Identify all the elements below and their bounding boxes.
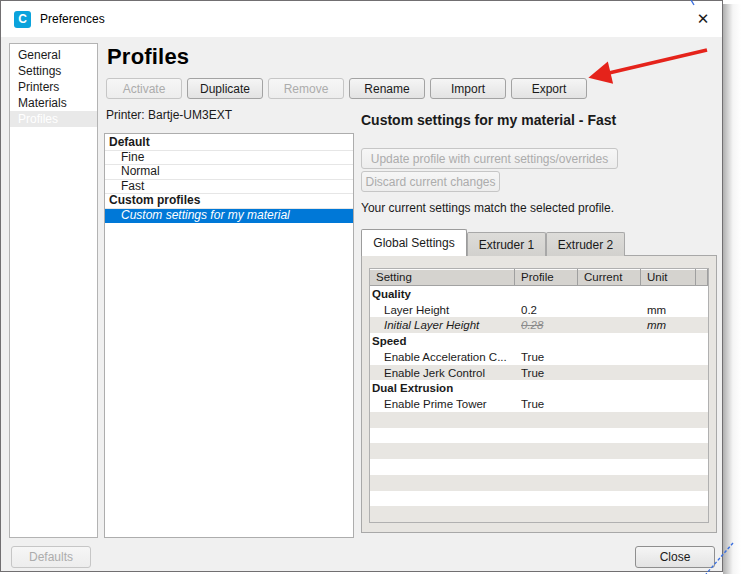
- title-bar: C Preferences ✕: [1, 1, 722, 37]
- column-header-current: Current: [578, 269, 641, 285]
- table-row: Enable Acceleration C...True: [370, 349, 708, 365]
- cura-app-icon: C: [14, 11, 31, 28]
- profile-row[interactable]: Custom settings for my material: [105, 209, 353, 224]
- window-close-icon[interactable]: ✕: [691, 8, 715, 30]
- activate-button[interactable]: Activate: [106, 78, 182, 99]
- window-title: Preferences: [40, 12, 105, 26]
- table-row: [370, 475, 708, 491]
- settings-table-header: SettingProfileCurrentUnit: [370, 269, 708, 286]
- setting-category-label: Speed: [370, 335, 515, 347]
- table-row: [370, 428, 708, 444]
- sidebar-item-general[interactable]: General: [10, 47, 97, 63]
- setting-name: Layer Height: [370, 304, 515, 316]
- column-header-spacer: [696, 269, 708, 285]
- unit-value: mm: [641, 304, 696, 316]
- sidebar-item-printers[interactable]: Printers: [10, 79, 97, 95]
- column-header-profile: Profile: [515, 269, 578, 285]
- settings-table-body: QualityLayer Height0.2mmInitial Layer He…: [370, 286, 708, 522]
- setting-name: Enable Acceleration C...: [370, 351, 515, 363]
- profile-value: 0.2: [515, 304, 578, 316]
- table-row: [370, 412, 708, 428]
- printer-label: Printer: Bartje-UM3EXT: [106, 108, 232, 122]
- page-title: Profiles: [107, 44, 189, 70]
- setting-category-label: Quality: [370, 288, 515, 300]
- table-row: Quality: [370, 286, 708, 302]
- update-profile-button[interactable]: Update profile with current settings/ove…: [361, 148, 618, 169]
- close-button[interactable]: Close: [635, 546, 715, 568]
- unit-value: mm: [641, 319, 696, 331]
- profile-value: True: [515, 351, 578, 363]
- table-row: [370, 443, 708, 459]
- table-row: Initial Layer Height0.28mm: [370, 317, 708, 333]
- setting-name: Enable Jerk Control: [370, 367, 515, 379]
- selected-profile-heading: Custom settings for my material - Fast: [361, 112, 616, 128]
- table-row: Dual Extrusion: [370, 380, 708, 396]
- setting-name: Enable Prime Tower: [370, 398, 515, 410]
- remove-button[interactable]: Remove: [268, 78, 344, 99]
- tab-extruder-2[interactable]: Extruder 2: [546, 232, 625, 256]
- export-button[interactable]: Export: [511, 78, 587, 99]
- profile-value: True: [515, 367, 578, 379]
- preferences-dialog: C Preferences ✕ GeneralSettingsPrintersM…: [0, 0, 723, 572]
- profile-row[interactable]: Normal: [105, 165, 353, 180]
- duplicate-button[interactable]: Duplicate: [187, 78, 263, 99]
- profile-value: True: [515, 398, 578, 410]
- table-row: Enable Prime TowerTrue: [370, 396, 708, 412]
- table-row: Layer Height0.2mm: [370, 302, 708, 318]
- sidebar-item-profiles[interactable]: Profiles: [10, 111, 97, 127]
- import-button[interactable]: Import: [430, 78, 506, 99]
- profile-row[interactable]: Default: [105, 136, 353, 151]
- table-row: Enable Jerk ControlTrue: [370, 365, 708, 381]
- setting-category-label: Dual Extrusion: [370, 382, 515, 394]
- table-row: [370, 506, 708, 522]
- profiles-toolbar: ActivateDuplicateRemoveRenameImportExpor…: [106, 78, 587, 99]
- table-row: [370, 459, 708, 475]
- preferences-sidebar: GeneralSettingsPrintersMaterialsProfiles: [9, 43, 98, 538]
- tab-global-settings[interactable]: Global Settings: [361, 229, 467, 256]
- profile-row[interactable]: Fine: [105, 151, 353, 166]
- rename-button[interactable]: Rename: [349, 78, 425, 99]
- column-header-unit: Unit: [641, 269, 696, 285]
- settings-table: SettingProfileCurrentUnit QualityLayer H…: [369, 268, 709, 523]
- setting-name: Initial Layer Height: [370, 319, 515, 331]
- profile-value: 0.28: [515, 319, 578, 331]
- profile-row[interactable]: Custom profiles: [105, 194, 353, 209]
- extruder-tabs: Global SettingsExtruder 1Extruder 2: [361, 229, 625, 256]
- table-row: [370, 491, 708, 507]
- discard-changes-button[interactable]: Discard current changes: [361, 171, 500, 192]
- sidebar-item-settings[interactable]: Settings: [10, 63, 97, 79]
- window-drop-shadow: [723, 4, 741, 574]
- defaults-button[interactable]: Defaults: [11, 546, 91, 568]
- tab-extruder-1[interactable]: Extruder 1: [467, 232, 546, 256]
- column-header-setting: Setting: [370, 269, 515, 285]
- settings-match-status: Your current settings match the selected…: [361, 201, 614, 215]
- table-row: Speed: [370, 333, 708, 349]
- sidebar-item-materials[interactable]: Materials: [10, 95, 97, 111]
- profile-list: DefaultFineNormalFastCustom profilesCust…: [104, 133, 354, 538]
- profile-row[interactable]: Fast: [105, 180, 353, 195]
